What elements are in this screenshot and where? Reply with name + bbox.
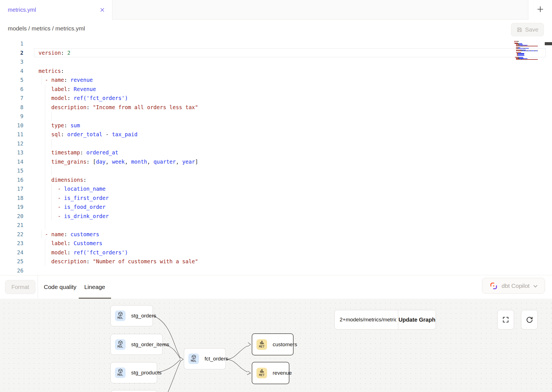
line-number: 23 [0,239,23,248]
minimap-line [514,57,544,58]
node-label: stg_products [131,370,162,376]
code-line[interactable]: 25 description: "Number of customers wit… [0,257,552,266]
line-number: 26 [0,266,23,275]
code-line-text: type: sum [39,121,80,130]
node-label: fct_orders [205,356,228,362]
badge-label: MDL [117,316,123,320]
overview-ruler-cursor-mark [545,42,552,45]
code-line[interactable]: 11 sql: order_total - tax_paid [0,130,552,139]
indent-guide [45,221,45,230]
breadcrumb: models / metrics / metrics.yml [8,25,85,32]
line-number: 16 [0,175,23,185]
code-line[interactable]: 23 label: Customers [0,239,552,248]
code-line[interactable]: 10 type: sum [0,121,552,130]
minimap-line [514,55,544,56]
code-line-text: label: Customers [39,239,102,248]
save-icon [517,27,522,33]
code-line-text: - name: revenue [39,75,93,85]
metric-chart-icon [260,340,264,345]
code-line[interactable]: 20 - is_drink_order [0,212,552,221]
lineage-node-stg_orders[interactable]: MDLstg_orders [111,305,153,326]
code-line[interactable]: 2version: 2 [0,48,552,58]
code-line-text: model: ref('fct_orders') [39,94,128,103]
code-line[interactable]: 5 - name: revenue [0,75,552,85]
line-number: 18 [0,193,23,203]
save-label: Save [525,26,539,33]
fullscreen-icon [502,316,509,323]
save-button[interactable]: Save [511,23,544,36]
code-line[interactable]: 21 [0,221,552,230]
model-badge: MDL [188,353,199,364]
code-line[interactable]: 12 [0,139,552,148]
code-line[interactable]: 3 [0,57,552,66]
code-line[interactable]: 18 - is_first_order [0,193,552,203]
code-line[interactable]: 13 timestamp: ordered_at [0,148,552,157]
dbt-copilot-logo-icon [489,282,498,290]
lineage-node-customers[interactable]: METcustomers [252,333,294,355]
code-line[interactable]: 4metrics: [0,66,552,76]
code-editor[interactable]: 12version: 234metrics:5 - name: revenue6… [0,39,552,275]
line-number: 15 [0,166,23,175]
code-line[interactable]: 9 [0,112,552,121]
new-tab-button[interactable] [528,0,552,20]
code-line[interactable]: 6 label: Revenue [0,85,552,94]
lineage-node-fct_orders[interactable]: MDLfct_orders [184,348,226,369]
code-line[interactable]: 19 - is_food_order [0,202,552,212]
lineage-node-revenue[interactable]: METrevenue [252,362,289,384]
minimap[interactable] [514,40,544,61]
dbt-copilot-button[interactable]: dbt Copilot [482,278,545,294]
code-line[interactable]: 26 [0,266,552,275]
tab-metrics-yml[interactable]: metrics.yml [0,0,112,20]
minimap-line [514,51,544,51]
fullscreen-button[interactable] [497,310,514,329]
metric-badge: MET [256,368,267,378]
minimap-line [514,50,544,50]
update-graph-button[interactable]: Update Graph [398,310,436,329]
node-label: stg_order_items [131,341,169,348]
minimap-line [514,43,544,44]
tab-lineage[interactable]: Lineage [84,275,105,299]
code-line[interactable]: 24 model: ref('fct_orders') [0,248,552,257]
refresh-button[interactable] [521,310,538,329]
edge-fct-orders-customers [226,346,247,359]
close-icon[interactable] [99,6,105,13]
format-button[interactable]: Format [5,280,35,294]
edge-partial-node-fct-orders [168,361,181,392]
code-line-text: description: "Number of customers with a… [39,257,198,266]
minimap-line [514,47,544,47]
selector-box: Update Graph [334,310,436,329]
code-line[interactable]: 17 - location_name [0,184,552,193]
line-number: 13 [0,148,23,157]
lineage-selector-input[interactable] [335,310,398,329]
lineage-node-stg_products[interactable]: MDLstg_products [111,362,157,383]
model-badge: MDL [115,310,126,321]
node-label: revenue [273,370,292,376]
minimap-line [514,49,544,49]
lineage-node-partial_node[interactable] [111,390,157,392]
line-number: 11 [0,130,23,139]
code-line[interactable]: 8 description: "Income from all orders l… [0,103,552,112]
chevron-down-icon [533,285,537,288]
tab-strip [112,0,528,20]
code-line[interactable]: 22 - name: customers [0,230,552,239]
code-line-text: version: 2 [39,48,70,58]
code-line[interactable]: 14 time_grains: [day, week, month, quart… [0,157,552,166]
code-line-text: timestamp: ordered_at [39,148,118,157]
lineage-canvas[interactable]: MDLstg_ordersMDLstg_order_itemsMDLstg_pr… [0,299,552,392]
code-line[interactable]: 16 dimensions: [0,175,552,185]
minimap-line [514,44,544,45]
arrowhead-icon [248,343,251,346]
minimap-line [514,47,544,48]
tab-code-quality[interactable]: Code quality [44,275,76,299]
minimap-line [514,53,544,54]
code-line[interactable]: 15 [0,166,552,175]
indent-guide [45,166,45,175]
code-line-text: dimensions: [39,175,87,185]
lineage-node-stg_order_items[interactable]: MDLstg_order_items [111,334,163,355]
code-line[interactable]: 7 model: ref('fct_orders') [0,94,552,103]
line-number: 12 [0,139,23,148]
minimap-line [514,51,544,52]
badge-label: MDL [117,373,123,377]
code-line[interactable]: 1 [0,39,552,48]
code-line-text: label: Revenue [39,85,96,94]
